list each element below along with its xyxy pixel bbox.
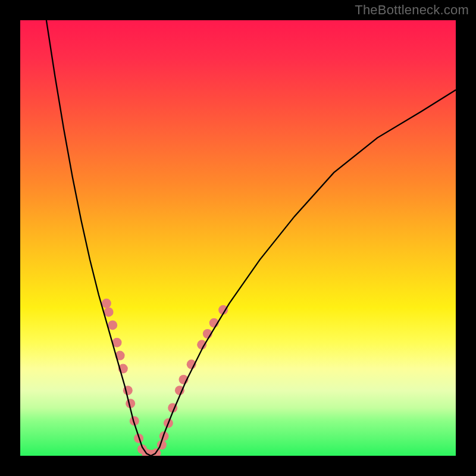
chart-svg — [20, 20, 456, 456]
chart-container: TheBottleneck.com — [0, 0, 476, 476]
sample-dot — [102, 299, 111, 308]
plot-area — [20, 20, 456, 456]
bottleneck-curve — [46, 20, 456, 456]
sample-dot — [104, 307, 114, 317]
watermark-text: TheBottleneck.com — [355, 2, 469, 18]
sample-dot — [108, 320, 117, 330]
